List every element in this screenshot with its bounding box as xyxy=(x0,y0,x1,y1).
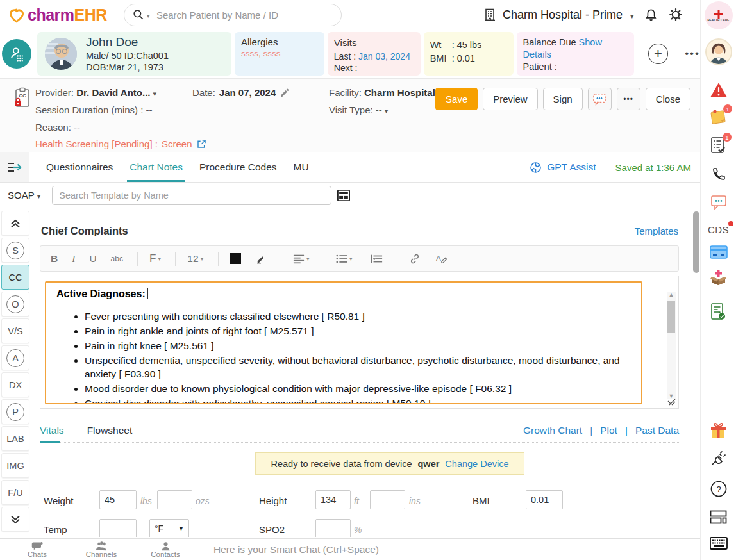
help-button[interactable]: ? xyxy=(710,481,727,497)
provider-value[interactable]: Dr. David Anto... xyxy=(76,87,150,98)
growth-chart-link[interactable]: Growth Chart xyxy=(523,425,582,436)
change-device-link[interactable]: Change Device xyxy=(445,459,508,469)
rail-item-subjective[interactable]: S xyxy=(1,238,29,263)
font-color-button[interactable] xyxy=(230,253,241,264)
strikethrough-button[interactable]: abc xyxy=(111,254,123,263)
template-list-button[interactable] xyxy=(337,189,351,202)
sign-button[interactable]: Sign xyxy=(543,88,583,110)
dock-channels-button[interactable]: Channels xyxy=(69,541,133,558)
list-button[interactable] xyxy=(336,254,353,264)
editor-scrollbar[interactable]: ▲ ▼ xyxy=(667,292,676,399)
settings-button[interactable] xyxy=(667,6,685,24)
dock-chats-button[interactable]: Chats xyxy=(5,541,69,558)
rail-item-chief-complaints[interactable]: CC xyxy=(1,265,29,290)
rail-collapse-bottom-button[interactable] xyxy=(1,507,29,532)
height-ft-input[interactable] xyxy=(315,490,351,509)
encounter-more-button[interactable]: ••• xyxy=(617,88,640,110)
close-button[interactable]: Close xyxy=(646,88,690,110)
link-button[interactable] xyxy=(409,253,421,265)
rail-collapse-top-button[interactable] xyxy=(1,211,29,236)
highlight-button[interactable] xyxy=(255,253,267,265)
patient-summary-card[interactable]: John Doe Male/ 50 ID:Cha001 DOB:Mar 21, … xyxy=(37,32,231,76)
bmi-input[interactable] xyxy=(526,490,563,509)
template-search-input[interactable] xyxy=(52,186,331,205)
supplies-button[interactable] xyxy=(710,269,727,286)
expand-nav-button[interactable] xyxy=(0,152,29,182)
integrations-button[interactable] xyxy=(710,450,727,466)
external-link-icon[interactable] xyxy=(196,139,206,149)
rail-item-follow-up[interactable]: F/U xyxy=(1,480,29,505)
keyboard-button[interactable] xyxy=(710,537,728,550)
italic-button[interactable]: I xyxy=(72,253,75,265)
visit-type-caret-icon[interactable] xyxy=(382,104,389,115)
notifications-button[interactable] xyxy=(642,6,660,24)
smart-chat-input[interactable] xyxy=(213,544,534,556)
gpt-assist-button[interactable]: GPT Assist xyxy=(529,161,596,174)
tab-chart-notes[interactable]: Chart Notes xyxy=(130,152,183,182)
dock-contacts-button[interactable]: Contacts xyxy=(133,541,197,558)
font-family-button[interactable]: F xyxy=(149,252,161,265)
org-switcher[interactable]: Charm Hospital - Prime xyxy=(482,0,634,29)
tab-mu[interactable]: MU xyxy=(294,152,309,182)
edit-date-pencil-icon[interactable] xyxy=(280,88,290,98)
bold-button[interactable]: B xyxy=(51,253,58,265)
font-size-button[interactable]: 12 xyxy=(187,253,203,265)
rail-item-assessment[interactable]: A xyxy=(1,345,29,370)
rail-item-lab[interactable]: LAB xyxy=(1,426,29,451)
encounter-comments-button[interactable] xyxy=(588,88,612,110)
rail-item-dx[interactable]: DX xyxy=(1,372,29,397)
page-scrollbar-thumb[interactable] xyxy=(693,211,699,273)
search-scope-caret-icon[interactable] xyxy=(145,9,150,21)
billing-card-button[interactable] xyxy=(710,245,728,259)
visits-last-date-link[interactable]: Jan 03, 2024 xyxy=(358,51,410,62)
patient-search-input[interactable] xyxy=(156,10,333,21)
preview-button[interactable]: Preview xyxy=(483,88,537,110)
cds-button[interactable]: CDS xyxy=(708,224,729,235)
screen-link[interactable]: Screen xyxy=(162,138,192,149)
tab-vitals[interactable]: Vitals xyxy=(40,418,64,443)
user-avatar[interactable] xyxy=(705,38,732,65)
banner-more-button[interactable]: ••• xyxy=(685,47,700,60)
save-button[interactable]: Save xyxy=(435,88,478,110)
tab-questionnaires[interactable]: Questionnaires xyxy=(46,152,113,182)
temp-unit-select[interactable]: °F▼ xyxy=(149,519,189,537)
messages-button[interactable] xyxy=(710,195,727,210)
soap-select[interactable]: SOAP xyxy=(8,190,40,201)
plot-link[interactable]: Plot xyxy=(600,425,617,436)
alerts-button[interactable] xyxy=(710,82,728,98)
patient-directory-button[interactable] xyxy=(2,39,31,69)
visits-card[interactable]: Visits Last : Jan 03, 2024 Next : xyxy=(328,32,421,76)
rewards-button[interactable] xyxy=(710,422,727,438)
visit-type-value[interactable]: -- xyxy=(376,104,382,115)
temp-input[interactable] xyxy=(99,519,137,537)
rail-item-plan[interactable]: P xyxy=(1,399,29,424)
align-button[interactable] xyxy=(293,254,310,264)
tab-procedure-codes[interactable]: Procedure Codes xyxy=(199,152,277,182)
clear-format-button[interactable]: A xyxy=(435,253,447,265)
sticky-notes-button[interactable]: 1 xyxy=(710,108,727,125)
rail-item-vitals[interactable]: V/S xyxy=(1,318,29,343)
allergies-card[interactable]: Allergies ssss, ssss xyxy=(235,32,324,76)
practice-logo[interactable]: HEALTH CARE xyxy=(705,1,733,29)
underline-button[interactable]: U xyxy=(89,253,96,265)
chief-complaints-editor[interactable]: Active Diagnoses: Fever presenting with … xyxy=(45,281,642,404)
tasks-button[interactable]: 1 xyxy=(710,136,726,154)
layout-button[interactable] xyxy=(710,510,727,524)
height-ins-input[interactable] xyxy=(370,490,405,509)
editor-resize-handle[interactable] xyxy=(667,397,676,408)
phone-button[interactable] xyxy=(711,167,726,182)
patient-search[interactable] xyxy=(124,4,342,26)
weight-ozs-input[interactable] xyxy=(157,490,192,509)
rx-documents-button[interactable] xyxy=(710,302,726,321)
past-data-link[interactable]: Past Data xyxy=(635,425,679,436)
facility-value[interactable]: Charm Hospital xyxy=(364,87,435,98)
weight-lbs-input[interactable] xyxy=(99,490,137,509)
rail-item-objective[interactable]: O xyxy=(1,292,29,317)
tab-flowsheet[interactable]: Flowsheet xyxy=(87,418,133,443)
editor-scroll-thumb[interactable] xyxy=(667,301,675,333)
scroll-up-icon[interactable]: ▲ xyxy=(669,292,674,298)
templates-link[interactable]: Templates xyxy=(635,226,678,236)
provider-caret-icon[interactable] xyxy=(151,87,157,98)
rail-item-img[interactable]: IMG xyxy=(1,453,29,478)
add-button[interactable]: + xyxy=(648,44,668,64)
